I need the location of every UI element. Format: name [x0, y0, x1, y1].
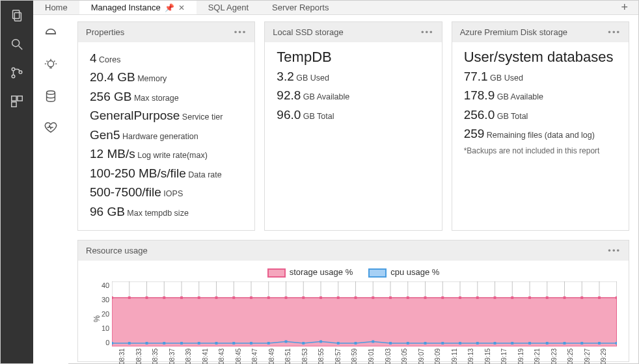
svg-rect-102 [528, 342, 531, 344]
svg-rect-53 [198, 296, 200, 299]
card-title: Local SSD storage [273, 27, 343, 37]
svg-rect-79 [128, 342, 131, 344]
svg-point-6 [19, 71, 22, 74]
svg-rect-107 [616, 342, 617, 344]
metric-line: 20.4 GB Memory [90, 68, 243, 86]
svg-rect-59 [303, 296, 305, 299]
svg-rect-0 [13, 10, 20, 19]
more-icon[interactable]: ••• [234, 27, 247, 37]
database-icon[interactable] [44, 89, 58, 106]
card-resource-usage: Resource usage••• storage usage % cpu us… [77, 240, 629, 362]
svg-rect-90 [320, 340, 322, 343]
svg-rect-68 [459, 296, 461, 299]
svg-point-2 [12, 40, 20, 47]
svg-rect-105 [581, 342, 584, 344]
chart-y-ticks: 403020100 [102, 281, 112, 346]
svg-rect-61 [337, 296, 340, 299]
chart-y-label: % [90, 315, 102, 322]
svg-rect-97 [442, 342, 444, 344]
svg-rect-87 [267, 342, 270, 344]
insight-icon[interactable] [44, 58, 58, 75]
svg-rect-62 [355, 296, 357, 299]
svg-rect-73 [546, 296, 549, 299]
tab-home[interactable]: Home [33, 1, 79, 14]
svg-rect-9 [12, 102, 16, 107]
files-icon[interactable] [10, 8, 24, 25]
svg-rect-1 [14, 12, 21, 21]
svg-rect-70 [494, 296, 496, 299]
svg-rect-55 [233, 296, 236, 299]
card-title: Resource usage [86, 246, 148, 255]
svg-rect-52 [180, 296, 183, 299]
close-icon[interactable]: ✕ [178, 3, 185, 12]
metric-line: 178.9 GB Available [464, 86, 617, 105]
metric-line: 96.0 GB Total [277, 105, 429, 124]
svg-rect-74 [564, 296, 566, 299]
chart-x-ticks: 08:3108:3308:3508:3708:3908:4108:4308:45… [118, 349, 617, 356]
metric-line: 12 MB/s Log write rate(max) [90, 144, 243, 163]
svg-rect-95 [407, 342, 409, 344]
more-icon[interactable]: ••• [608, 27, 621, 37]
home-dashboard-icon[interactable] [44, 27, 58, 44]
new-tab-button[interactable]: + [610, 1, 638, 14]
svg-rect-83 [198, 342, 200, 344]
svg-rect-104 [564, 342, 566, 344]
chart-legend: storage usage % cpu usage % [78, 261, 629, 281]
svg-rect-86 [250, 342, 252, 344]
health-icon[interactable] [44, 120, 58, 137]
svg-rect-100 [494, 342, 496, 344]
svg-rect-92 [355, 342, 357, 344]
svg-rect-8 [18, 96, 22, 101]
resource-usage-chart [112, 281, 617, 346]
svg-rect-54 [215, 296, 218, 299]
metric-line: 96 GB Max tempdb size [90, 202, 243, 221]
metric-line: 256.0 GB Total [464, 105, 617, 124]
svg-rect-57 [267, 296, 270, 299]
more-icon[interactable]: ••• [421, 27, 434, 37]
more-icon[interactable]: ••• [608, 246, 621, 255]
svg-rect-65 [407, 296, 409, 299]
svg-rect-51 [163, 296, 166, 299]
metric-line: Gen5 Hardware generation [90, 125, 243, 144]
pin-icon[interactable]: 📌 [165, 3, 174, 12]
svg-rect-50 [146, 296, 148, 299]
svg-rect-91 [337, 342, 340, 344]
legend-item: cpu usage % [368, 267, 439, 278]
metric-line: 92.8 GB Available [277, 86, 429, 105]
svg-rect-85 [233, 342, 236, 344]
metric-line: 256 GB Max storage [90, 87, 243, 106]
metric-line: 3.2 GB Used [277, 67, 429, 86]
metric-line: 500-7500/file IOPS [90, 183, 243, 202]
card-azure-disk: Azure Premium Disk storage••• User/syste… [452, 21, 629, 231]
svg-rect-94 [389, 342, 392, 344]
svg-rect-56 [250, 296, 252, 299]
metric-line: GeneralPurpose Service tier [90, 106, 243, 125]
svg-rect-66 [424, 296, 427, 299]
card-title: Azure Premium Disk storage [460, 27, 567, 37]
svg-rect-103 [546, 342, 549, 344]
svg-rect-71 [511, 296, 514, 299]
svg-rect-81 [163, 342, 166, 344]
search-icon[interactable] [10, 37, 24, 54]
legend-item: storage usage % [267, 267, 353, 278]
svg-rect-84 [215, 342, 218, 344]
card-subtitle: User/system databases [464, 49, 617, 66]
svg-rect-93 [372, 340, 375, 343]
extensions-icon[interactable] [10, 94, 24, 111]
svg-rect-63 [372, 296, 375, 299]
svg-rect-96 [424, 342, 427, 344]
tab-managed-instance[interactable]: Managed Instance 📌 ✕ [79, 1, 197, 14]
svg-rect-49 [128, 296, 131, 299]
metric-line: 100-250 MB/s/file Data rate [90, 164, 243, 183]
svg-point-11 [48, 61, 53, 67]
activity-rail [1, 1, 33, 363]
svg-rect-64 [389, 296, 392, 299]
dashboard-subrail [33, 15, 68, 364]
svg-line-3 [19, 46, 23, 50]
card-subtitle: TempDB [277, 49, 429, 66]
tab-server-reports[interactable]: Server Reports [260, 1, 340, 14]
svg-rect-101 [511, 342, 514, 344]
source-control-icon[interactable] [10, 66, 24, 83]
svg-rect-69 [476, 296, 479, 299]
tab-sql-agent[interactable]: SQL Agent [197, 1, 260, 14]
